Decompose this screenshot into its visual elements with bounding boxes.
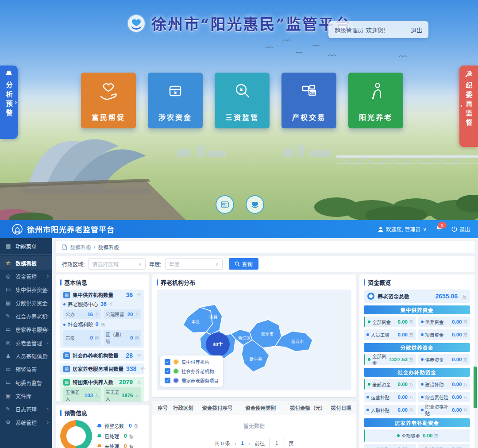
hero-quicklink-card[interactable] <box>216 195 234 214</box>
checkbox-homecare[interactable]: ✓ <box>165 378 170 383</box>
sidebar-item-social-institutions[interactable]: ✎ 社会办养老机构 › <box>0 309 52 323</box>
col-amount: 拨付金额（元） <box>287 401 328 415</box>
chevron-right-icon: › <box>47 300 49 306</box>
coin-icon: ◎ <box>6 273 12 279</box>
prev-page-button[interactable]: ‹ <box>235 440 236 447</box>
logout-button[interactable]: 退出 <box>451 225 470 233</box>
tile-chanquan-jiaoyi[interactable]: 交易 产权交易 <box>281 73 336 128</box>
legend-unhandled: 未处理 0 条 <box>96 443 139 448</box>
chevron-right-icon: › <box>47 353 49 359</box>
total-count: 共 0 条 <box>214 440 230 447</box>
person-icon: ♟ <box>6 353 12 359</box>
fund-chip: 人员工资 0.00 万 <box>364 329 416 340</box>
sidebar-item-home-care-projects[interactable]: ▭ 居家养老服务项目 › <box>0 323 52 336</box>
bridge-silhouette <box>336 155 478 164</box>
page-input[interactable] <box>269 438 284 448</box>
next-page-button[interactable]: › <box>248 440 250 447</box>
discipline-supervision-label: 纪委再监督 <box>464 82 474 128</box>
sidebar-item-fund-mgmt[interactable]: ◎ 资金管理 › <box>0 270 52 283</box>
stat-card-homecare-projects: ▤ 居家养老服务项目数量 338 个 <box>60 363 144 375</box>
col-usage: 资金使用类别 <box>243 401 287 415</box>
hero-quicklink-care[interactable] <box>246 195 264 214</box>
screen-icon: ▭ <box>6 379 12 386</box>
sidebar-item-dashboard[interactable]: ☆ 数据看板 <box>0 256 52 270</box>
fund-chip: 全部资金 0.00 万 <box>364 317 416 327</box>
sidebar-item-discipline-supervision[interactable]: ▭ 纪委再监督 <box>0 376 52 389</box>
sidebar-nav: ▦ 功能菜单 ☆ 数据看板 ◎ 资金管理 › ▤ 集中供养资金 › ▤ 分散供养… <box>0 238 52 448</box>
banner-dispersed-fund: 分散供养资金 <box>364 343 470 352</box>
banner-social-subsidy: 社会办补助资金 <box>364 368 470 377</box>
breadcrumb-separator: / <box>94 244 95 250</box>
sidebar-item-system-mgmt[interactable]: ⚙ 系统管理 › <box>0 416 52 429</box>
tile-shenong-zijin[interactable]: ¥ 涉农资金 <box>148 73 203 128</box>
basic-info-panel: 基本信息 ▤ 集中供养机构数量 36 个 养老服务中心 36 个 <box>56 274 149 402</box>
bullet-dot <box>63 303 66 305</box>
hero-logout-button[interactable]: 退出 <box>411 26 422 34</box>
notification-bell[interactable]: 0 <box>436 225 443 233</box>
fund-overview-title: 资金概览 <box>368 278 391 286</box>
stat-card-central-institutions: ▤ 集中供养机构数量 36 个 养老服务中心 36 个 公办 <box>60 290 144 348</box>
warning-info-panel: 预警信息 预警总数 0 条 已处理 0 <box>56 405 149 448</box>
elderly-person-icon <box>365 80 387 102</box>
banner-homecare-subsidy: 居家养老补助资金 <box>364 418 470 427</box>
fund-chip: 运营补贴 0.00 万 <box>364 444 416 448</box>
party-emblem-icon: ☭ <box>465 70 472 78</box>
tile-sanzi-jianguan[interactable]: ¥ 三资监管 <box>215 73 270 128</box>
stat-card-central-supported-persons: ▤ 特困集中供养人数 2079 人 五保老人 103 人 三无老人 <box>60 377 144 402</box>
wallet-yuan-icon: ¥ <box>164 80 186 102</box>
grid-menu-icon: ▦ <box>6 243 12 249</box>
region-label: 贾汪区 <box>238 336 251 340</box>
region-select[interactable]: 请选择区域 ∨ <box>88 258 146 270</box>
search-button[interactable]: 查询 <box>229 258 258 270</box>
checkbox-central[interactable]: ✓ <box>165 359 170 365</box>
dashboard-topbar: 徐州市阳光养老监管平台 欢迎您, 管理员 ∨ 0 <box>0 220 478 238</box>
magnifier-yuan-icon: ¥ <box>231 80 253 102</box>
screen-icon: ▭ <box>6 366 12 372</box>
trees <box>314 195 478 220</box>
xuzhou-district-map[interactable]: 丰县 沛县 贾汪区 邳州市 新沂市 睢宁县 40个 <box>157 290 351 390</box>
module-tiles: 富民帮促 ¥ 涉农资金 ¥ 三资监管 <box>81 73 403 128</box>
legend-total-warnings: 预警总数 0 条 <box>96 422 139 429</box>
tile-label: 三资监管 <box>225 112 259 122</box>
sidebar-item-log-mgmt[interactable]: ✎ 日志管理 › <box>0 402 52 416</box>
tile-yangguang-yanglao[interactable]: 阳光养老 <box>348 73 403 128</box>
homecare-project-icon <box>173 378 179 383</box>
fund-chip: 供养资金 0.00 万 <box>418 317 470 327</box>
user-menu[interactable]: 欢迎您, 管理员 ∨ <box>378 225 427 233</box>
discipline-supervision-tab[interactable]: ☭ 纪委再监督 ‹ <box>459 66 478 147</box>
sidebar-item-menu-header[interactable]: ▦ 功能菜单 <box>0 238 52 255</box>
doc-badge-icon: ▤ <box>63 379 70 386</box>
scrollbar-thumb[interactable] <box>474 367 477 408</box>
sidebar-item-central-support-fund[interactable]: ▤ 集中供养资金 › <box>0 283 52 296</box>
col-seq: 序号 <box>152 401 170 415</box>
ring-icon <box>367 293 374 300</box>
doc-badge-icon: ▤ <box>63 292 70 298</box>
hero-user-box: 超级管理员 欢迎您！ 退出 <box>328 21 428 38</box>
breadcrumb-root[interactable]: 数据看板 <box>70 243 91 251</box>
sidebar-item-file-library[interactable]: ▣ 文件库 <box>0 389 52 402</box>
title-accent-bar <box>60 410 62 416</box>
folder-icon: ▤ <box>6 286 12 293</box>
bell-icon <box>5 70 13 78</box>
region-label: 丰县 <box>191 319 200 324</box>
analysis-warning-tab[interactable]: 分析预警 › <box>0 66 18 139</box>
year-select[interactable]: 年度 ∨ <box>165 258 223 270</box>
bell-icon <box>96 423 102 429</box>
tile-fumin-bangcu[interactable]: 富民帮促 <box>81 73 136 128</box>
sidebar-item-personnel-info[interactable]: ♟ 人员基础信息 › <box>0 349 52 363</box>
checkbox-social[interactable]: ✓ <box>165 368 170 374</box>
sidebar-item-warning-supervision[interactable]: ▭ 预警监管 <box>0 363 52 376</box>
fund-chip-total: 全部资金 0.00 万 <box>364 429 470 442</box>
doc-badge-icon: ▤ <box>63 352 70 359</box>
stat-card-social-institutions: ▤ 社会办养老机构数量 28 个 <box>60 350 144 361</box>
chevron-down-icon: ∨ <box>215 262 218 266</box>
sidebar-item-dispersed-support-fund[interactable]: ▤ 分散供养资金 › <box>0 296 52 309</box>
expand-arrow-icon: › <box>15 99 17 105</box>
breadcrumb-current: 数据看板 <box>98 243 119 251</box>
sidebar-item-pension-mgmt[interactable]: ◎ 养老金管理 › <box>0 336 52 349</box>
hand-heart-icon <box>97 80 120 102</box>
sub-stat-chip: 市级 0 所 <box>63 330 101 346</box>
current-page[interactable]: 1 <box>241 440 243 446</box>
edit-icon: ✎ <box>6 313 12 319</box>
warning-donut-chart <box>60 420 92 448</box>
